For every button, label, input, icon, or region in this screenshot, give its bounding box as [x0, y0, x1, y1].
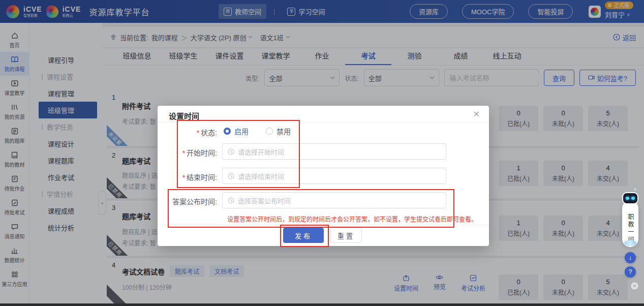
radio-enabled[interactable]: 启用 [224, 126, 249, 136]
robot-icon[interactable] [622, 192, 638, 204]
start-time-placeholder: 请选择开始时间 [238, 147, 284, 157]
close-icon[interactable]: ✕ [473, 109, 480, 119]
answer-time-label: 答案公布时间: [163, 196, 217, 206]
answer-time-placeholder: 选择答案公布时间 [238, 196, 291, 205]
set-time-dialog: 设置时间 ✕ 状态: 启用 禁用 开始时间: 请选择开始时间 结束时间: 请选择… [158, 106, 489, 246]
publish-button[interactable]: 发布 [283, 228, 324, 243]
dialog-header-divider [158, 122, 489, 123]
answer-time-helper-text: 设置答案公开时间后，到规定的时间后才会公开答案，如不设置，学生提交试卷后即可查看… [227, 215, 477, 223]
reset-button[interactable]: 重置 [330, 228, 362, 243]
radio-dot [224, 128, 231, 135]
download-float-button[interactable]: ↓ [625, 252, 636, 263]
assistant-pill[interactable]: 职教一问 [622, 200, 638, 247]
radio-dot [266, 128, 273, 135]
end-time-label: 结束时间: [163, 172, 217, 182]
clock-icon [228, 173, 234, 179]
assistant-name: 职教一问 [627, 213, 633, 247]
help-float-button[interactable]: ? [625, 266, 636, 278]
robot-eye [631, 197, 635, 200]
clock-icon [228, 148, 234, 155]
sparkle-icon: ✦ [633, 187, 637, 192]
end-time-placeholder: 请选择结束时间 [238, 171, 284, 181]
start-time-input[interactable]: 请选择开始时间 [222, 143, 446, 160]
dialog-footer-divider [158, 225, 489, 225]
status-radio-group: 启用 禁用 [224, 126, 291, 136]
radio-disabled[interactable]: 禁用 [266, 126, 291, 136]
start-time-label: 开始时间: [163, 147, 217, 158]
assistant-close-icon[interactable]: ✕ [630, 282, 639, 290]
robot-eye [626, 197, 629, 200]
status-field-label: 状态: [163, 127, 217, 137]
clock-icon [228, 197, 234, 204]
dialog-title: 设置时间 [169, 110, 199, 121]
end-time-input[interactable]: 请选择结束时间 [222, 168, 446, 184]
answer-time-input[interactable]: 选择答案公布时间 [222, 192, 446, 208]
